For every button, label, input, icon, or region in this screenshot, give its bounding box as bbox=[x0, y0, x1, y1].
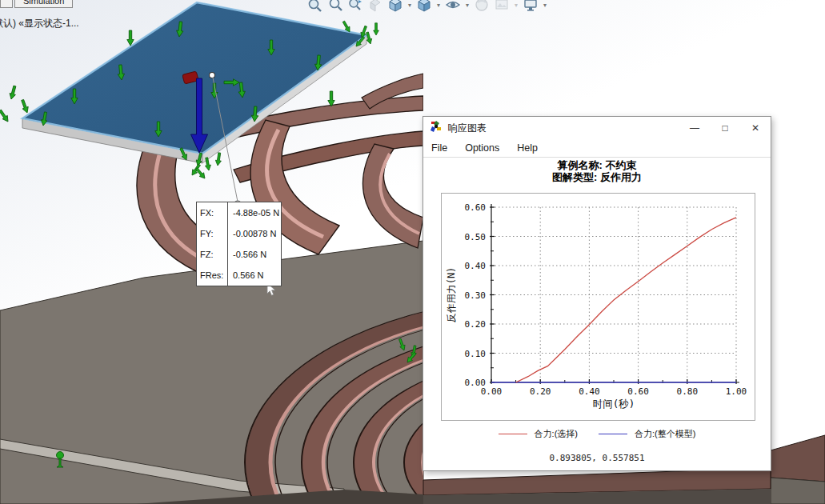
zoom-to-fit-icon[interactable] bbox=[306, 0, 324, 14]
svg-text:0.10: 0.10 bbox=[465, 349, 487, 359]
fx-value: -4.88e-05 N bbox=[228, 208, 279, 218]
svg-text:0.50: 0.50 bbox=[465, 232, 487, 242]
fy-label: FY: bbox=[197, 223, 228, 244]
callout-row-fz: FZ: -0.566 N bbox=[197, 244, 281, 265]
menu-help[interactable]: Help bbox=[517, 142, 538, 154]
display-style-icon[interactable] bbox=[415, 0, 433, 14]
force-result-callout: FX: -4.88e-05 N FY: -0.00878 N FZ: -0.56… bbox=[196, 202, 282, 286]
callout-row-fx: FX: -4.88e-05 N bbox=[197, 202, 281, 223]
legend-line-blue bbox=[599, 434, 627, 434]
legend-line-red bbox=[499, 434, 527, 434]
view-settings-icon[interactable] bbox=[522, 0, 539, 14]
document-tab-partial[interactable] bbox=[0, 0, 13, 8]
response-plot[interactable]: 0.000.200.400.600.801.000.000.100.200.30… bbox=[442, 194, 755, 420]
cursor-coordinate-readout: 0.893805, 0.557851 bbox=[423, 453, 771, 463]
response-chart-app-icon bbox=[430, 120, 443, 136]
apply-scene-icon[interactable] bbox=[493, 0, 511, 14]
view-orientation-caret-icon[interactable]: ▾ bbox=[406, 2, 413, 9]
svg-text:1.00: 1.00 bbox=[726, 386, 747, 397]
close-button[interactable]: ✕ bbox=[740, 117, 771, 139]
svg-text:0.80: 0.80 bbox=[677, 386, 699, 397]
chart-legend: 合力:(选择) 合力:(整个模型) bbox=[423, 428, 771, 440]
fy-value: -0.00878 N bbox=[228, 229, 276, 238]
svg-text:0.40: 0.40 bbox=[465, 261, 487, 271]
svg-text:0.30: 0.30 bbox=[465, 290, 487, 301]
fx-label: FX: bbox=[197, 202, 228, 223]
menu-options[interactable]: Options bbox=[465, 142, 499, 154]
maximize-button[interactable]: □ bbox=[710, 117, 740, 139]
view-settings-caret-icon[interactable]: ▾ bbox=[542, 2, 548, 9]
menu-file[interactable]: File bbox=[431, 142, 447, 154]
svg-text:0.40: 0.40 bbox=[579, 386, 600, 397]
plot-panel[interactable]: 0.000.200.400.600.801.000.000.100.200.30… bbox=[441, 193, 755, 421]
legend-label-selection: 合力:(选择) bbox=[535, 428, 578, 440]
chart-heading-study: 算例名称: 不约束 bbox=[423, 159, 771, 171]
zoom-to-area-icon[interactable] bbox=[326, 0, 344, 14]
hide-show-items-icon[interactable] bbox=[444, 0, 462, 14]
feature-tree-node[interactable]: 默认) «显示状态-1... bbox=[0, 17, 79, 30]
view-orientation-icon[interactable] bbox=[386, 0, 404, 14]
hide-show-items-caret-icon[interactable]: ▾ bbox=[464, 2, 471, 9]
fz-label: FZ: bbox=[197, 244, 228, 265]
svg-text:0.20: 0.20 bbox=[465, 319, 487, 330]
fres-label: FRes: bbox=[197, 265, 228, 286]
callout-row-fy: FY: -0.00878 N bbox=[197, 223, 281, 244]
chart-heading: 算例名称: 不约束 图解类型: 反作用力 bbox=[423, 159, 771, 183]
edit-appearance-icon[interactable] bbox=[473, 0, 491, 14]
legend-label-whole-model: 合力:(整个模型) bbox=[635, 428, 695, 440]
svg-text:0.60: 0.60 bbox=[627, 386, 649, 397]
svg-text:0.00: 0.00 bbox=[465, 378, 487, 388]
y-axis-label: 反作用力(N) bbox=[446, 267, 457, 323]
apply-scene-caret-icon[interactable]: ▾ bbox=[513, 2, 519, 9]
svg-text:0.20: 0.20 bbox=[530, 386, 551, 397]
section-view-icon[interactable] bbox=[366, 0, 384, 14]
x-axis-label: 时间(秒) bbox=[593, 398, 635, 410]
display-style-caret-icon[interactable]: ▾ bbox=[435, 2, 442, 9]
window-title: 响应图表 bbox=[448, 122, 487, 135]
fres-value: 0.566 N bbox=[228, 270, 264, 280]
fz-value: -0.566 N bbox=[228, 250, 266, 259]
window-titlebar[interactable]: 响应图表 — □ ✕ bbox=[423, 117, 771, 139]
legend-item-selection: 合力:(选择) bbox=[499, 428, 578, 440]
document-tab-simulation[interactable]: Simulation bbox=[14, 0, 73, 8]
callout-row-fres: FRes: 0.566 N bbox=[197, 265, 281, 286]
document-tab-strip: Simulation bbox=[0, 0, 73, 8]
svg-text:0.60: 0.60 bbox=[465, 202, 487, 213]
response-chart-window: 响应图表 — □ ✕ File Options Help 算例名称: 不约束 图… bbox=[423, 116, 771, 471]
chart-heading-type: 图解类型: 反作用力 bbox=[423, 171, 771, 183]
legend-item-whole-model: 合力:(整个模型) bbox=[599, 428, 695, 440]
zoom-in-out-icon[interactable] bbox=[346, 0, 364, 14]
heads-up-toolbar: ▾ ▾ ▾ ▾ ▾ bbox=[306, 0, 548, 14]
minimize-button[interactable]: — bbox=[679, 117, 710, 139]
window-menubar: File Options Help bbox=[423, 139, 771, 158]
